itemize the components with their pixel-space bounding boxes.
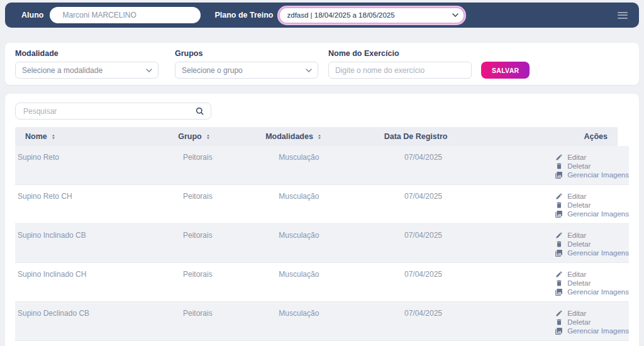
images-icon — [555, 327, 563, 335]
manage-images-action[interactable]: Gerenciar Imagens — [555, 248, 629, 257]
edit-action[interactable]: Editar — [555, 153, 629, 162]
cell-exercise-name: Supino Reto CH — [15, 192, 150, 201]
delete-action[interactable]: Deletar — [555, 318, 629, 326]
edit-action[interactable]: Editar — [555, 231, 629, 240]
groups-select[interactable]: Selecione o grupo — [175, 62, 318, 79]
delete-action[interactable]: Deletar — [555, 201, 629, 209]
column-header-actions: Ações — [584, 132, 618, 141]
pencil-icon — [555, 232, 563, 239]
exercises-table-card: Nome Grupo Modalidades Data De Registro … — [5, 94, 639, 346]
cell-date: 07/04/2025 — [353, 309, 494, 318]
trash-icon — [555, 201, 563, 209]
edit-action[interactable]: Editar — [555, 270, 629, 279]
training-plan-select[interactable]: zdfasd | 18/04/2025 a 18/05/2025 — [279, 7, 465, 24]
cell-actions: Editar Deletar Gerenciar Imagens — [555, 309, 629, 335]
cell-group: Peitorais — [150, 270, 245, 279]
manage-images-action[interactable]: Gerenciar Imagens — [555, 326, 629, 335]
pencil-icon — [555, 310, 563, 317]
sort-icon — [317, 133, 322, 140]
search-icon[interactable] — [195, 106, 204, 116]
table-row: Supino Declinado CH Peitorais Musculação… — [15, 341, 629, 346]
cell-date: 07/04/2025 — [353, 153, 494, 162]
cell-exercise-name: Supino Inclinado CB — [15, 231, 150, 240]
images-icon — [555, 249, 563, 257]
pencil-icon — [555, 153, 563, 161]
save-button[interactable]: SALVAR — [481, 62, 530, 79]
manage-images-action[interactable]: Gerenciar Imagens — [555, 287, 629, 296]
cell-modality: Musculação — [245, 309, 353, 318]
cell-modality: Musculação — [245, 192, 353, 201]
cell-date: 07/04/2025 — [353, 270, 494, 279]
sort-icon — [51, 133, 56, 140]
filter-card: Modalidade Selecione a modalidade Grupos… — [5, 43, 639, 85]
exercise-name-field: Nome do Exercício — [328, 49, 472, 79]
trash-icon — [555, 318, 563, 326]
groups-field: Grupos Selecione o grupo — [175, 49, 318, 79]
trash-icon — [555, 240, 563, 248]
search-box — [15, 103, 211, 120]
trash-icon — [555, 279, 563, 287]
cell-modality: Musculação — [245, 153, 353, 162]
groups-label: Grupos — [175, 49, 318, 58]
cell-modality: Musculação — [245, 270, 353, 279]
cell-group: Peitorais — [150, 231, 245, 240]
cell-group: Peitorais — [150, 192, 245, 201]
pencil-icon — [555, 193, 563, 200]
sort-icon — [206, 133, 211, 140]
exercise-name-label: Nome do Exercício — [328, 49, 472, 58]
cell-modality: Musculação — [245, 231, 353, 240]
cell-date: 07/04/2025 — [353, 231, 494, 240]
table-header: Nome Grupo Modalidades Data De Registro … — [15, 127, 618, 146]
edit-action[interactable]: Editar — [555, 309, 629, 318]
edit-action[interactable]: Editar — [555, 192, 629, 201]
cell-exercise-name: Supino Declinado CB — [15, 309, 150, 318]
cell-group: Peitorais — [150, 309, 245, 318]
cell-exercise-name: Supino Inclinado CH — [15, 270, 150, 279]
pencil-icon — [555, 271, 563, 278]
trash-icon — [555, 162, 563, 170]
menu-icon[interactable] — [616, 8, 629, 23]
student-input[interactable] — [50, 7, 201, 23]
images-icon — [555, 171, 563, 179]
modality-select[interactable]: Selecione a modalidade — [15, 62, 158, 79]
column-header-group[interactable]: Grupo — [178, 132, 211, 141]
student-label: Aluno — [21, 11, 43, 20]
delete-action[interactable]: Deletar — [555, 279, 629, 287]
search-input[interactable] — [15, 103, 211, 120]
cell-actions: Editar Deletar Gerenciar Imagens — [555, 192, 629, 218]
plan-label: Plano de Treino — [214, 11, 273, 20]
cell-date: 07/04/2025 — [353, 192, 494, 201]
table-body: Supino Reto Peitorais Musculação 07/04/2… — [15, 146, 629, 346]
modality-field: Modalidade Selecione a modalidade — [15, 49, 158, 79]
exercise-name-input[interactable] — [328, 62, 472, 79]
table-row: Supino Reto CH Peitorais Musculação 07/0… — [15, 185, 629, 224]
cell-actions: Editar Deletar Gerenciar Imagens — [555, 153, 629, 179]
manage-images-action[interactable]: Gerenciar Imagens — [555, 209, 629, 218]
images-icon — [555, 210, 563, 218]
manage-images-action[interactable]: Gerenciar Imagens — [555, 170, 629, 179]
column-header-name[interactable]: Nome — [15, 132, 148, 141]
images-icon — [555, 288, 563, 296]
modality-label: Modalidade — [15, 49, 158, 58]
cell-actions: Editar Deletar Gerenciar Imagens — [555, 270, 629, 296]
topbar: Aluno Plano de Treino zdfasd | 18/04/202… — [5, 3, 639, 28]
table-row: Supino Declinado CB Peitorais Musculação… — [15, 302, 629, 341]
column-header-date: Data De Registro — [384, 132, 448, 141]
delete-action[interactable]: Deletar — [555, 240, 629, 248]
delete-action[interactable]: Deletar — [555, 162, 629, 170]
cell-group: Peitorais — [150, 153, 245, 162]
cell-actions: Editar Deletar Gerenciar Imagens — [555, 231, 629, 257]
table-row: Supino Inclinado CB Peitorais Musculação… — [15, 224, 629, 263]
cell-exercise-name: Supino Reto — [15, 153, 150, 162]
column-header-modalities[interactable]: Modalidades — [265, 132, 322, 141]
table-row: Supino Inclinado CH Peitorais Musculação… — [15, 263, 629, 302]
table-row: Supino Reto Peitorais Musculação 07/04/2… — [15, 146, 629, 185]
